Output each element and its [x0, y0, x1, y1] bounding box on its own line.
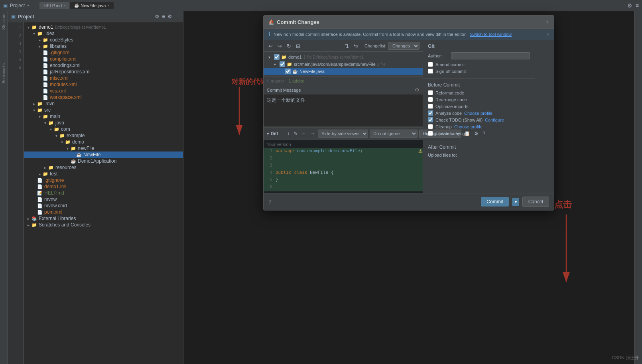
tab-help[interactable]: HELP.md × [39, 2, 69, 9]
analyze-profile-link[interactable]: Choose profile [464, 111, 492, 116]
tree-misc[interactable]: 📄 misc.xml [24, 75, 183, 81]
tree-encodings[interactable]: 📄 encodings.xml [24, 62, 183, 69]
collapse-icon[interactable]: ≡ [162, 14, 165, 20]
folder-libraries-icon: 📁 [42, 44, 49, 49]
tree-idea[interactable]: ▾ 📁 .idea [24, 30, 183, 37]
tab-help-close[interactable]: × [63, 4, 65, 8]
tree-external-libs[interactable]: ▸ 📚 External Libraries [24, 215, 183, 222]
tree-mvn[interactable]: ▸ 📁 .mvn [24, 100, 183, 107]
diff-up-btn[interactable]: ↑ [280, 130, 284, 137]
menu-icon[interactable]: ≡ [636, 2, 639, 9]
tree-example-label: example [67, 133, 85, 138]
commit-msg-settings-icon[interactable]: ⚙ [415, 87, 419, 93]
amend-commit-checkbox[interactable] [428, 62, 433, 67]
tree-demo1-iml[interactable]: 📄 demo1.iml [24, 183, 183, 190]
analyze-checkbox[interactable] [428, 110, 433, 116]
tree-mvnw[interactable]: 📄 mvnw [24, 196, 183, 203]
sign-off-checkbox[interactable] [428, 69, 433, 74]
fl-newfile[interactable]: ☕ NewFile.java [264, 68, 423, 75]
reformat-checkbox[interactable] [428, 90, 433, 95]
fl-src-path[interactable]: ▾ 📁 src/main/java/com/example/demo/newFi… [264, 61, 423, 68]
commit-button[interactable]: Commit [481, 197, 508, 207]
undo-btn[interactable]: ↩ [267, 42, 274, 50]
tree-com[interactable]: ▾ 📁 com [24, 126, 183, 132]
tree-gitignore-idea[interactable]: 📄 .gitignore [24, 49, 183, 56]
tree-libraries[interactable]: ▸ 📁 libraries [24, 43, 183, 49]
tree-workspace[interactable]: 📄 workspace.xml [24, 94, 183, 100]
redo-btn[interactable]: ↪ [276, 42, 284, 50]
tree-jarRepositories[interactable]: 📄 jarRepositories.xml [24, 69, 183, 75]
diff-down-btn[interactable]: ↓ [286, 130, 291, 137]
diff-next-btn[interactable]: → [309, 130, 316, 137]
md-icon: 📝 [37, 191, 43, 196]
structure-label[interactable]: Structure [2, 14, 6, 30]
line-3: 3 [18, 40, 21, 48]
info-close-button[interactable]: × [547, 32, 549, 37]
cancel-button[interactable]: Cancel [522, 197, 549, 207]
folder-mvn-icon: 📁 [37, 101, 43, 106]
tree-resources[interactable]: ▸ 📁 resources [24, 164, 183, 171]
tab-newfile-close[interactable]: × [107, 4, 109, 8]
dialog-close-button[interactable]: × [546, 19, 549, 25]
folder-main-icon: 📁 [42, 114, 49, 119]
before-commit-title: Before Commit [428, 82, 530, 88]
cleanup-profile-link[interactable]: Choose profile [454, 124, 482, 129]
tree-java[interactable]: ▾ 📁 java [24, 120, 183, 126]
settings-icon[interactable]: ⚙ [155, 14, 160, 20]
tree-NewFile-java[interactable]: ☕ NewFile [24, 152, 183, 158]
todo-checkbox[interactable] [428, 117, 433, 122]
workspace-icon: 📄 [42, 95, 49, 100]
tree-vcs[interactable]: 📄 vcs.xml [24, 88, 183, 94]
configure-link[interactable]: Configure [485, 118, 504, 122]
fl-demo1-checkbox[interactable] [274, 54, 280, 60]
footer-help-icon[interactable]: ? [268, 199, 272, 205]
minimize-icon[interactable]: — [175, 14, 180, 20]
sort-btn[interactable]: ⇅ [343, 42, 351, 50]
tree-modules[interactable]: 📄 modules.xml [24, 81, 183, 88]
commit-arrow-button[interactable]: ▾ [512, 198, 519, 206]
bookmarks-label[interactable]: Bookmarks [2, 63, 6, 83]
tree-codeStyles[interactable]: ▸ 📁 codeStyles [24, 37, 183, 43]
tree-gitignore-root[interactable]: 📄 .gitignore [24, 177, 183, 183]
refresh-btn[interactable]: ↻ [285, 42, 293, 50]
optimize-checkbox[interactable] [428, 104, 433, 109]
fl-demo1[interactable]: ▾ 📁 demo1 1 file D:/blogs/blogs-server/d… [264, 53, 423, 61]
diff-edit-btn[interactable]: ✎ [292, 130, 299, 137]
diff-viewer-select[interactable]: Side-by-side viewer Unified viewer [318, 130, 368, 138]
tree-help-md[interactable]: 📝 HELP.md [24, 190, 183, 196]
diff-toggle[interactable]: ▾ [267, 131, 269, 136]
tree-NewFile-label: NewFile [83, 152, 100, 157]
author-input[interactable] [451, 52, 530, 59]
changelist-dropdown[interactable]: Changes [388, 42, 419, 50]
tree-root[interactable]: ▾ 📁 demo1 D:/blogs/blogs-server/demo1 [24, 24, 183, 30]
tree-mvnw-cmd[interactable]: 📄 mvnw.cmd [24, 203, 183, 209]
fl-newfile-checkbox[interactable] [285, 69, 291, 74]
tree-pom[interactable]: 📄 pom.xml [24, 209, 183, 215]
copyright-checkbox[interactable] [428, 131, 433, 136]
gear2-icon[interactable]: ⚙ [167, 14, 172, 20]
filter-btn[interactable]: ⇆ [352, 42, 360, 50]
tree-compiler[interactable]: 📄 compiler.xml [24, 56, 183, 62]
gear-icon[interactable]: ⚙ [627, 2, 632, 9]
tree-main[interactable]: ▾ 📁 main [24, 113, 183, 120]
fl-newfile-icon: ☕ [292, 69, 298, 74]
cleanup-checkbox[interactable] [428, 124, 433, 129]
group-btn[interactable]: ⊞ [294, 42, 302, 50]
info-link[interactable]: Switch to tool window [470, 32, 512, 37]
dropdown-icon[interactable]: ▾ [27, 3, 29, 8]
tab-newfile[interactable]: ☕ NewFile.java × [70, 2, 113, 9]
diff-num-1: 1 [264, 148, 276, 153]
tree-demo[interactable]: ▾ 📁 demo [24, 139, 183, 145]
rearrange-checkbox[interactable] [428, 97, 433, 102]
tree-test[interactable]: ▸ 📁 test [24, 171, 183, 177]
tree-Demo1App[interactable]: ☕ Demo1Application [24, 158, 183, 164]
diff-prev-btn[interactable]: ← [300, 130, 307, 137]
diff-ignore-select[interactable]: Do not ignore Ignore whitespace [370, 130, 417, 138]
commit-msg-textarea[interactable]: 这是一个新的文件 [264, 94, 423, 126]
tree-example[interactable]: ▾ 📁 example [24, 132, 183, 139]
tree-scratches[interactable]: ▸ 📁 Scratches and Consoles [24, 222, 183, 228]
fl-src-checkbox[interactable] [280, 61, 285, 67]
tree-src[interactable]: ▾ 📁 src [24, 107, 183, 113]
tree-newFile[interactable]: ▾ 📁 newFile [24, 145, 183, 152]
diff-your-version-label: Your version [264, 141, 423, 148]
